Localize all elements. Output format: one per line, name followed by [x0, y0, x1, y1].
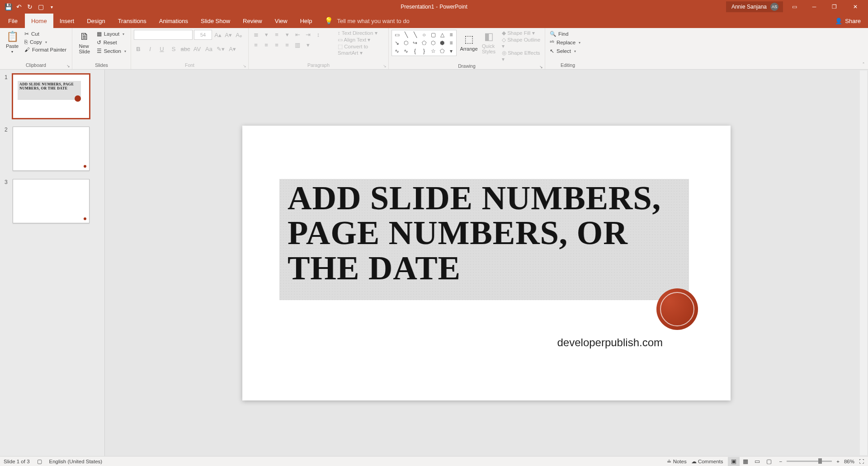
- select-button[interactable]: ↖Select▾: [548, 47, 582, 55]
- tell-me-search[interactable]: 💡 Tell me what you want to do: [325, 14, 409, 28]
- decrease-indent-icon[interactable]: ⇤: [293, 30, 302, 39]
- convert-smartart-button[interactable]: ⬚ Convert to SmartArt ▾: [338, 43, 386, 56]
- format-painter-button[interactable]: 🖌Format Painter: [23, 46, 68, 53]
- slide-thumbnails-pane[interactable]: 1 ADD SLIDE NUMBERS, PAGE NUMBERS, OR TH…: [0, 70, 105, 456]
- increase-font-icon[interactable]: A▴: [213, 30, 222, 39]
- arrange-button[interactable]: ⬚ Arrange: [459, 30, 478, 54]
- share-button[interactable]: 👤 Share: [835, 14, 868, 28]
- slide-thumbnail-3[interactable]: [13, 179, 90, 223]
- spell-check-icon[interactable]: ▢: [37, 458, 42, 465]
- shape-fill-button[interactable]: ◆ Shape Fill ▾: [502, 30, 542, 36]
- clipboard-icon: 📋: [6, 31, 19, 42]
- dialog-launcher-icon[interactable]: ↘: [383, 64, 387, 68]
- paste-button[interactable]: 📋 Paste ▾: [3, 30, 22, 54]
- replace-button[interactable]: ᵃᵇReplace▾: [548, 38, 582, 47]
- columns-icon[interactable]: ▥: [293, 40, 302, 49]
- align-text-button[interactable]: ▭ Align Text ▾: [338, 37, 386, 43]
- zoom-slider[interactable]: [787, 461, 832, 462]
- collapse-ribbon-icon[interactable]: ˆ: [859, 28, 868, 69]
- slideshow-view-icon[interactable]: ▢: [763, 457, 775, 466]
- increase-indent-icon[interactable]: ⇥: [303, 30, 312, 39]
- tab-design[interactable]: Design: [80, 14, 111, 28]
- scissors-icon: ✂: [24, 31, 29, 37]
- bold-button[interactable]: B: [134, 44, 143, 53]
- font-name-input[interactable]: [134, 30, 193, 40]
- shape-outline-button[interactable]: ◇ Shape Outline ▾: [502, 37, 542, 49]
- tab-view[interactable]: View: [269, 14, 294, 28]
- title-bar: 💾 ↶ ↻ ▢ ▾ Presentation1 - PowerPoint Ann…: [0, 0, 868, 14]
- decrease-font-icon[interactable]: A▾: [224, 30, 233, 39]
- justify-icon[interactable]: ≡: [283, 40, 292, 49]
- align-center-icon[interactable]: ≡: [262, 40, 271, 49]
- tab-insert[interactable]: Insert: [53, 14, 81, 28]
- cut-button[interactable]: ✂Cut: [23, 30, 68, 38]
- font-size-input[interactable]: [194, 30, 212, 40]
- tab-file[interactable]: File: [2, 14, 24, 28]
- layout-icon: ▦: [97, 31, 102, 37]
- tab-slideshow[interactable]: Slide Show: [194, 14, 236, 28]
- slide-thumbnail-2[interactable]: [13, 127, 90, 171]
- align-left-icon[interactable]: ≡: [251, 40, 260, 49]
- close-button[interactable]: ✕: [845, 0, 865, 14]
- line-spacing-icon[interactable]: ↕: [314, 30, 323, 39]
- fit-to-window-icon[interactable]: ⛶: [859, 459, 864, 464]
- comments-button[interactable]: ☁ Comments: [691, 458, 723, 465]
- slide-canvas-area[interactable]: ADD SLIDE NUMBERS, PAGE NUMBERS, OR THE …: [105, 70, 868, 456]
- shapes-gallery[interactable]: ▭╲╲○▢△≡ ↘⬡↪⬠⬡⬢≡ ∿∿{}☆⬠▾: [392, 30, 457, 56]
- dialog-launcher-icon[interactable]: ↘: [243, 64, 246, 68]
- tab-help[interactable]: Help: [294, 14, 319, 28]
- char-spacing-button[interactable]: AV: [193, 44, 202, 53]
- align-right-icon[interactable]: ≡: [272, 40, 281, 49]
- tab-home[interactable]: Home: [25, 14, 53, 28]
- text-direction-button[interactable]: ↕ Text Direction ▾: [338, 30, 386, 36]
- shadow-button[interactable]: S: [169, 44, 178, 53]
- undo-icon[interactable]: ↶: [14, 2, 24, 11]
- underline-button[interactable]: U: [157, 44, 166, 53]
- section-button[interactable]: ☰Section▾: [95, 47, 128, 55]
- notes-button[interactable]: ≐ Notes: [667, 458, 686, 465]
- slide-canvas[interactable]: ADD SLIDE NUMBERS, PAGE NUMBERS, OR THE …: [242, 126, 731, 400]
- copy-button[interactable]: ⎘Copy▾: [23, 38, 68, 46]
- sorter-view-icon[interactable]: ▦: [740, 457, 751, 466]
- strikethrough-button[interactable]: abc: [181, 44, 190, 53]
- layout-button[interactable]: ▦Layout▾: [95, 30, 128, 38]
- zoom-level[interactable]: 86%: [844, 459, 854, 464]
- italic-button[interactable]: I: [146, 44, 155, 53]
- reading-view-icon[interactable]: ▭: [751, 457, 763, 466]
- minimize-button[interactable]: ─: [806, 0, 823, 14]
- find-button[interactable]: 🔍Find: [548, 30, 582, 38]
- ribbon-display-options-icon[interactable]: ▭: [786, 0, 803, 14]
- zoom-in-button[interactable]: +: [836, 459, 840, 464]
- tab-review[interactable]: Review: [236, 14, 269, 28]
- font-color-button[interactable]: A▾: [228, 44, 237, 53]
- subtitle-text: developerpublish.com: [557, 336, 663, 349]
- user-account-button[interactable]: Annie Sanjana AS: [726, 1, 783, 12]
- qat-more-icon[interactable]: ▾: [47, 2, 56, 11]
- clear-format-icon[interactable]: Aᵩ: [234, 30, 243, 39]
- dialog-launcher-icon[interactable]: ↘: [66, 64, 70, 68]
- maximize-button[interactable]: ❐: [826, 0, 843, 14]
- zoom-out-button[interactable]: −: [779, 459, 783, 464]
- redo-icon[interactable]: ↻: [25, 2, 34, 11]
- slide-counter[interactable]: Slide 1 of 3: [4, 459, 30, 464]
- quick-styles-button[interactable]: ◧ Quick Styles: [479, 30, 498, 54]
- reset-button[interactable]: ↺Reset: [95, 38, 128, 47]
- normal-view-icon[interactable]: ▣: [728, 457, 740, 466]
- numbering-icon[interactable]: ≡: [272, 30, 281, 39]
- highlight-button[interactable]: ✎▾: [216, 44, 225, 53]
- tab-animations[interactable]: Animations: [153, 14, 194, 28]
- bullets-icon[interactable]: ≣: [251, 30, 260, 39]
- slide-thumbnail-1[interactable]: ADD SLIDE NUMBERS, PAGE NUMBERS, OR THE …: [13, 74, 90, 118]
- dialog-launcher-icon[interactable]: ↘: [539, 65, 543, 69]
- share-icon: 👤: [835, 18, 842, 24]
- shape-effects-button[interactable]: ◎ Shape Effects ▾: [502, 50, 542, 62]
- start-show-icon[interactable]: ▢: [36, 2, 45, 11]
- language-status[interactable]: English (United States): [49, 459, 103, 464]
- new-slide-button[interactable]: 🗎 New Slide: [75, 30, 94, 54]
- vertical-scrollbar[interactable]: [860, 71, 867, 455]
- tab-transitions[interactable]: Transitions: [112, 14, 153, 28]
- title-placeholder[interactable]: ADD SLIDE NUMBERS, PAGE NUMBERS, OR THE …: [279, 179, 689, 300]
- doc-title: Presentation1: [401, 4, 434, 10]
- save-icon[interactable]: 💾: [4, 2, 13, 11]
- change-case-button[interactable]: Aa: [204, 44, 213, 53]
